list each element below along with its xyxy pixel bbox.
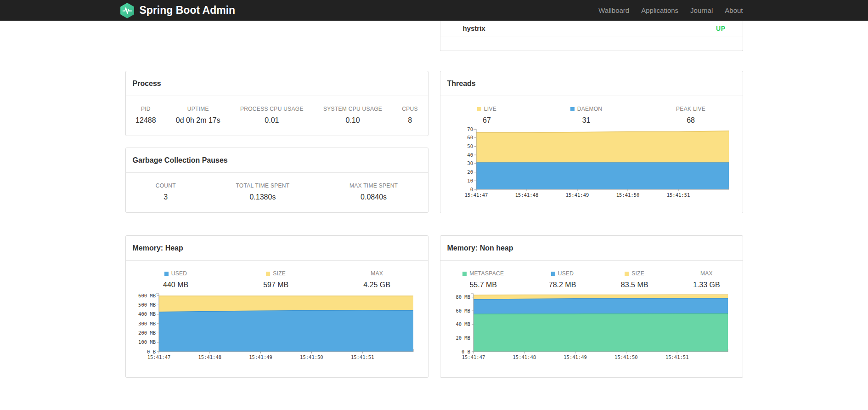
svg-text:0 B: 0 B: [462, 349, 470, 354]
metric-system-cpu: SYSTEM CPU USAGE 0.10: [323, 106, 382, 125]
legend-swatch-used: [164, 272, 169, 276]
health-status-badge: UP: [716, 25, 725, 32]
svg-text:15:41:48: 15:41:48: [198, 354, 221, 360]
metric-label: UPTIME: [176, 106, 220, 112]
nav-item-applications[interactable]: Applications: [635, 0, 684, 21]
metric-label: CPUS: [402, 106, 418, 112]
svg-text:200 MB: 200 MB: [138, 330, 156, 336]
panel-memory-nonheap: Memory: Non heap METASPACE 55.7 MB USED …: [440, 235, 743, 378]
legend-value: 597 MB: [263, 281, 288, 289]
nav-item-journal[interactable]: Journal: [684, 0, 719, 21]
metric-uptime: UPTIME 0d 0h 2m 17s: [176, 106, 220, 125]
metric-value: 0.0840s: [349, 193, 398, 201]
metric-value: 0d 0h 2m 17s: [176, 116, 220, 125]
heap-legend: USED 440 MB SIZE 597 MB MAX 4.25 GB: [126, 261, 428, 289]
row-memory: Memory: Heap USED 440 MB SIZE 597 MB: [125, 235, 743, 378]
metric-cpus: CPUS 8: [402, 106, 418, 125]
legend-value: 31: [570, 116, 602, 125]
metric-pid: PID 12488: [135, 106, 156, 125]
navbar-menu: Wallboard Applications Journal About: [592, 0, 743, 21]
svg-text:20: 20: [467, 169, 473, 175]
legend-item-daemon: DAEMON 31: [570, 106, 602, 125]
legend-value: 55.7 MB: [462, 281, 504, 289]
threads-legend: LIVE 67 DAEMON 31 PEAK LIVE 68: [440, 96, 743, 125]
svg-text:40: 40: [467, 152, 473, 158]
svg-text:500 MB: 500 MB: [138, 302, 156, 308]
brand-title: Spring Boot Admin: [140, 4, 236, 17]
heap-chart: 0 B100 MB200 MB300 MB400 MB500 MB600 MB1…: [126, 292, 428, 362]
svg-text:70: 70: [467, 127, 473, 132]
legend-label-row: USED: [163, 270, 188, 277]
legend-value: 83.5 MB: [621, 281, 648, 289]
metric-label: SYSTEM CPU USAGE: [323, 106, 382, 112]
legend-swatch-metaspace: [462, 272, 467, 276]
legend-label: METASPACE: [469, 270, 504, 277]
brand-logo-icon: [119, 3, 135, 18]
metric-label: TOTAL TIME SPENT: [236, 182, 289, 189]
svg-text:15:41:50: 15:41:50: [614, 354, 638, 360]
legend-item-live: LIVE 67: [477, 106, 496, 125]
brand-link[interactable]: Spring Boot Admin: [119, 3, 236, 18]
legend-item-size: SIZE 83.5 MB: [621, 270, 648, 289]
legend-label-row: SIZE: [263, 270, 288, 277]
top-navbar: Spring Boot Admin Wallboard Applications…: [0, 0, 868, 21]
legend-swatch-live: [477, 107, 481, 111]
legend-item-used: USED 78.2 MB: [549, 270, 576, 289]
row-process-threads: Process PID 12488 UPTIME 0d 0h 2m 17s PR…: [125, 71, 743, 213]
legend-label-row: USED: [549, 270, 576, 277]
health-panel: hystrix UP: [440, 21, 743, 51]
panel-title: Memory: Non heap: [440, 236, 743, 261]
legend-value: 4.25 GB: [363, 281, 390, 289]
legend-label: SIZE: [631, 270, 644, 277]
legend-label: MAX: [693, 270, 720, 277]
svg-text:60: 60: [467, 135, 473, 140]
svg-text:15:41:49: 15:41:49: [249, 354, 272, 360]
legend-label: DAEMON: [577, 106, 602, 112]
legend-label: LIVE: [484, 106, 496, 112]
legend-label-row: DAEMON: [570, 106, 602, 112]
panel-title: Memory: Heap: [126, 236, 428, 261]
metric-gc-total-time: TOTAL TIME SPENT 0.1380s: [236, 182, 289, 201]
panel-gc: Garbage Collection Pauses COUNT 3 TOTAL …: [125, 148, 428, 213]
metric-value: 0.01: [240, 116, 304, 125]
svg-text:40 MB: 40 MB: [456, 321, 470, 327]
svg-text:100 MB: 100 MB: [138, 339, 156, 345]
navbar-inner: Spring Boot Admin Wallboard Applications…: [125, 0, 743, 21]
legend-item-max: MAX 1.33 GB: [693, 270, 720, 289]
legend-value: 1.33 GB: [693, 281, 720, 289]
svg-text:15:41:48: 15:41:48: [513, 354, 536, 360]
legend-label: USED: [558, 270, 574, 277]
metric-value: 0.10: [323, 116, 382, 125]
legend-item-size: SIZE 597 MB: [263, 270, 288, 289]
legend-swatch-size: [625, 272, 629, 276]
nav-item-about[interactable]: About: [719, 0, 743, 21]
svg-text:80 MB: 80 MB: [456, 294, 470, 300]
gc-metrics: COUNT 3 TOTAL TIME SPENT 0.1380s MAX TIM…: [126, 173, 428, 201]
svg-text:0: 0: [470, 187, 473, 192]
nav-item-wallboard[interactable]: Wallboard: [592, 0, 635, 21]
left-column: Process PID 12488 UPTIME 0d 0h 2m 17s PR…: [125, 71, 428, 213]
metric-gc-max-time: MAX TIME SPENT 0.0840s: [349, 182, 398, 201]
panel-memory-heap: Memory: Heap USED 440 MB SIZE 597 MB: [125, 235, 428, 378]
svg-text:300 MB: 300 MB: [138, 321, 156, 326]
legend-label: USED: [171, 270, 187, 277]
legend-swatch-size: [266, 272, 270, 276]
svg-text:15:41:51: 15:41:51: [665, 354, 688, 360]
nonheap-legend: METASPACE 55.7 MB USED 78.2 MB SIZE: [440, 261, 743, 289]
svg-text:15:41:47: 15:41:47: [147, 354, 170, 360]
legend-label-row: SIZE: [621, 270, 648, 277]
svg-text:15:41:51: 15:41:51: [350, 354, 374, 360]
metric-value: 12488: [135, 116, 156, 125]
metric-value: 3: [156, 193, 176, 201]
legend-swatch-used: [551, 272, 555, 276]
details-page: hystrix UP Process PID 12488 UPTIME 0d 0…: [125, 21, 743, 378]
legend-label-row: METASPACE: [462, 270, 504, 277]
legend-item-peak-live: PEAK LIVE 68: [676, 106, 705, 125]
panel-title: Threads: [440, 71, 743, 96]
svg-text:15:41:49: 15:41:49: [565, 192, 589, 198]
panel-process: Process PID 12488 UPTIME 0d 0h 2m 17s PR…: [125, 71, 428, 136]
metric-value: 8: [402, 116, 418, 125]
metric-label: PID: [135, 106, 156, 112]
legend-label: PEAK LIVE: [676, 106, 705, 112]
legend-value: 67: [477, 116, 496, 125]
